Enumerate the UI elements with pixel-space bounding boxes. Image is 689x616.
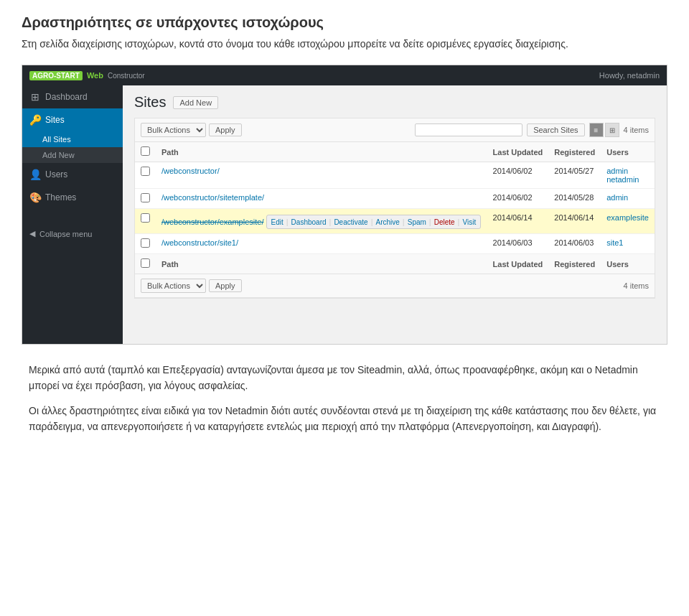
row3-user-examplesite[interactable]: examplesite (606, 213, 649, 222)
row2-checkbox (135, 189, 156, 209)
action-visit[interactable]: Visit (462, 218, 476, 226)
row4-check[interactable] (141, 238, 150, 248)
sidebar-item-dashboard[interactable]: ⊞ Dashboard (22, 85, 123, 108)
logo-web: Web (87, 71, 103, 80)
collapse-menu-btn[interactable]: ◀ Collapse menu (22, 223, 123, 244)
sidebar-label-themes: Themes (45, 192, 76, 202)
wp-screenshot: AGRO-START Web Constructor Howdy, netadm… (22, 65, 667, 345)
wp-main: Sites Add New Bulk Actions Apply (123, 85, 667, 344)
table-row: /webconstructor/sitetemplate/ 2014/06/02… (135, 189, 655, 209)
row3-updated: 2014/06/14 (487, 209, 549, 234)
table-row: /webconstructor/site1/ 2014/06/03 2014/0… (135, 234, 655, 254)
col-users: Users (601, 142, 655, 162)
row3-path: /webconstructor/examplesite/ Edit | Dash… (156, 209, 487, 234)
sidebar-label-sites: Sites (45, 115, 65, 125)
adminbar-logo: AGRO-START Web Constructor (29, 71, 145, 80)
bulk-actions-select-top[interactable]: Bulk Actions (141, 123, 206, 137)
row2-path-link[interactable]: /webconstructor/sitetemplate/ (161, 193, 264, 202)
row4-checkbox (135, 234, 156, 254)
apply-button-top[interactable]: Apply (209, 123, 242, 136)
row1-check[interactable] (141, 167, 150, 176)
footer-select-all[interactable] (141, 258, 150, 268)
adminbar-howdy: Howdy, netadmin (599, 71, 660, 80)
grid-view-icon[interactable]: ⊞ (605, 123, 619, 137)
wp-sites-title: Sites Add New (134, 94, 655, 111)
bottom-toolbar: Bulk Actions Apply 4 items (135, 274, 655, 298)
add-new-button[interactable]: Add New (173, 96, 218, 109)
action-separator3: | (371, 218, 373, 226)
action-bubble: Edit | Dashboard | Deactivate | Archive … (266, 215, 482, 229)
col-footer-path: Path (156, 254, 487, 274)
list-view-icon[interactable]: ≡ (589, 123, 604, 137)
row2-updated: 2014/06/02 (487, 189, 549, 209)
action-separator4: | (403, 218, 405, 226)
action-edit[interactable]: Edit (271, 218, 283, 226)
col-footer-users: Users (601, 254, 655, 274)
col-path: Path (156, 142, 487, 162)
collapse-icon: ◀ (29, 229, 35, 238)
table-header: Path Last Updated Registered Users (135, 142, 655, 162)
users-icon: 👤 (29, 169, 41, 180)
logo-constructor: Constructor (108, 72, 145, 80)
col-footer-updated: Last Updated (487, 254, 549, 274)
bottom-para1: Μερικά από αυτά (ταμπλό και Επεξεργασία)… (29, 362, 660, 394)
view-icons: ≡ ⊞ (589, 123, 619, 137)
sidebar-collapse: ◀ Collapse menu (22, 223, 123, 244)
sidebar-item-themes[interactable]: 🎨 Themes (22, 186, 123, 209)
sidebar-label-dashboard: Dashboard (45, 92, 88, 102)
intro-text: Στη σελίδα διαχείρισης ιστοχώρων, κοντά … (22, 37, 667, 52)
wp-body: ⊞ Dashboard 🔑 Sites All Sites Add New (22, 85, 667, 344)
top-toolbar: Bulk Actions Apply Search Sites ≡ ⊞ 4 it (135, 118, 655, 142)
row1-checkbox (135, 162, 156, 189)
sidebar-item-users[interactable]: 👤 Users (22, 163, 123, 186)
search-sites-button[interactable]: Search Sites (527, 123, 584, 136)
row2-registered: 2014/05/28 (548, 189, 601, 209)
logo-agrostart: AGRO-START (29, 71, 83, 80)
table-row: /webconstructor/examplesite/ Edit | Dash… (135, 209, 655, 234)
action-archive[interactable]: Archive (376, 218, 400, 226)
items-count-top: 4 items (624, 126, 649, 134)
row2-users: admin (601, 189, 655, 209)
sites-table: Path Last Updated Registered Users (135, 142, 655, 274)
row3-checkbox (135, 209, 156, 234)
row1-path-link[interactable]: /webconstructor/ (161, 167, 220, 175)
action-delete[interactable]: Delete (434, 218, 455, 226)
action-separator1: | (286, 218, 289, 226)
sidebar-label-add-new: Add New (42, 151, 75, 159)
sidebar-item-sites[interactable]: 🔑 Sites (22, 108, 123, 131)
row1-user-netadmin[interactable]: netadmin (606, 175, 639, 184)
col-footer-checkbox (135, 254, 156, 274)
themes-icon: 🎨 (29, 192, 41, 203)
action-deactivate[interactable]: Deactivate (334, 218, 367, 226)
sidebar-label-all-sites: All Sites (42, 135, 71, 144)
row2-check[interactable] (141, 193, 150, 202)
row2-path: /webconstructor/sitetemplate/ (156, 189, 487, 209)
action-separator5: | (429, 218, 431, 226)
top-toolbar-left: Bulk Actions Apply (141, 123, 242, 137)
row2-user-admin[interactable]: admin (606, 193, 628, 202)
outer-wrapper: Δραστηριότητες σε υπάρχοντες ιστοχώρους … (0, 0, 689, 465)
action-separator6: | (458, 218, 460, 226)
row3-users: examplesite (601, 209, 655, 234)
action-dashboard[interactable]: Dashboard (291, 218, 327, 226)
row3-check[interactable] (141, 213, 150, 223)
row1-updated: 2014/06/02 (487, 162, 549, 189)
bottom-text: Μερικά από αυτά (ταμπλό και Επεξεργασία)… (22, 362, 667, 435)
row1-user-admin[interactable]: admin (606, 167, 628, 175)
row4-path-link[interactable]: /webconstructor/site1/ (161, 238, 238, 247)
select-all-checkbox[interactable] (141, 146, 150, 156)
action-spam[interactable]: Spam (408, 218, 426, 226)
col-registered: Registered (548, 142, 601, 162)
wp-sidebar: ⊞ Dashboard 🔑 Sites All Sites Add New (22, 85, 123, 344)
row4-user-site1[interactable]: site1 (606, 238, 623, 247)
row3-path-link[interactable]: /webconstructor/examplesite/ (161, 218, 263, 226)
apply-button-bottom[interactable]: Apply (209, 279, 242, 292)
bulk-actions-select-bottom[interactable]: Bulk Actions (141, 279, 206, 293)
search-input[interactable] (415, 123, 522, 136)
sites-icon: 🔑 (29, 114, 41, 126)
sites-table-container: Bulk Actions Apply Search Sites ≡ ⊞ 4 it (134, 118, 655, 299)
bottom-toolbar-left: Bulk Actions Apply (141, 279, 242, 293)
sidebar-item-all-sites[interactable]: All Sites (22, 131, 123, 147)
row1-users: admin netadmin (601, 162, 655, 189)
sidebar-item-add-new[interactable]: Add New (22, 147, 123, 163)
